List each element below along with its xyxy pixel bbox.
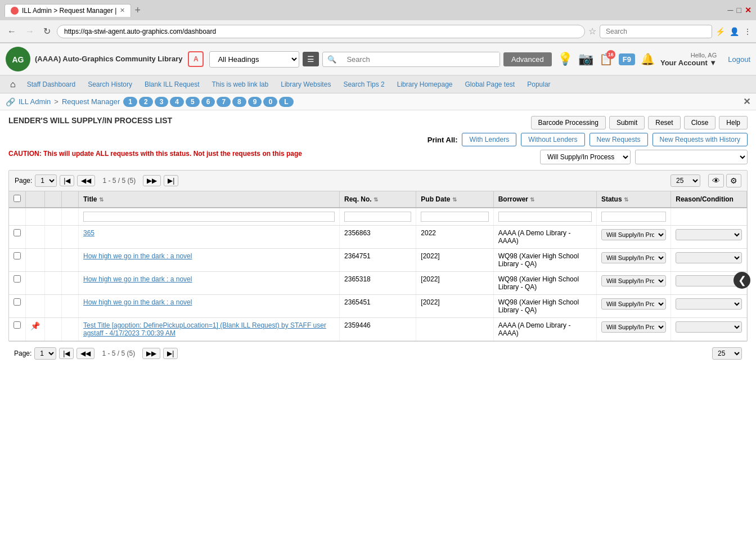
new-tab-button[interactable]: +: [134, 5, 141, 16]
pill-2[interactable]: 2: [139, 97, 153, 107]
status-dropdown[interactable]: Will Supply/In Process Awaiting Lender A…: [540, 150, 631, 164]
breadcrumb-close-button[interactable]: ✕: [743, 96, 750, 107]
new-requests-history-button[interactable]: New Requests with History: [652, 133, 748, 146]
row-reason-dropdown-1[interactable]: Lack of HoldingsCost Exceeds LimitNot Ow…: [676, 252, 742, 263]
list-icon-button[interactable]: 📋 16: [599, 52, 613, 66]
row-status-dropdown-2[interactable]: Will Supply/In ProcessAwaiting Lender Ac…: [601, 275, 666, 286]
last-page-button-top[interactable]: ▶|: [164, 175, 178, 186]
row-reason-dropdown-4[interactable]: Lack of HoldingsCost Exceeds LimitNot Ow…: [676, 321, 742, 333]
bookmark-icon[interactable]: ☆: [588, 26, 596, 37]
barcode-processing-button[interactable]: Barcode Processing: [531, 116, 606, 129]
row-reason-dropdown-3[interactable]: Lack of HoldingsCost Exceeds LimitNot Ow…: [676, 298, 742, 310]
tab-close-button[interactable]: ✕: [120, 7, 125, 14]
filter-pub-date[interactable]: [421, 212, 488, 222]
reset-button[interactable]: Reset: [648, 116, 680, 129]
select-all-checkbox[interactable]: [14, 195, 21, 202]
title-link-4[interactable]: Test Title [agoption: DefinePickupLocati…: [83, 321, 326, 337]
help-button[interactable]: Help: [719, 116, 748, 129]
pill-4[interactable]: 4: [170, 97, 184, 107]
profile-icon[interactable]: 👤: [730, 27, 739, 36]
back-button[interactable]: ←: [4, 25, 19, 38]
breadcrumb-request-manager[interactable]: Request Manager: [62, 97, 120, 106]
lightbulb-icon-button[interactable]: 💡: [557, 52, 573, 66]
col-header-status[interactable]: Status ⇅: [596, 191, 670, 208]
row-checkbox-2[interactable]: [14, 275, 21, 283]
nav-popular[interactable]: Popular: [521, 77, 556, 92]
address-bar[interactable]: [57, 25, 585, 38]
menu-icon[interactable]: ⋮: [744, 27, 752, 36]
advanced-search-button[interactable]: Advanced: [503, 52, 552, 66]
with-lenders-button[interactable]: With Lenders: [462, 133, 516, 146]
logout-button[interactable]: Logout: [728, 55, 750, 64]
col-header-flag[interactable]: [26, 191, 45, 208]
nav-global-page-test[interactable]: Global Page test: [459, 77, 520, 92]
page-dropdown-top[interactable]: 1: [35, 174, 57, 187]
per-page-dropdown-top[interactable]: 25 50 100: [670, 174, 700, 187]
first-page-button-bottom[interactable]: |◀: [59, 348, 74, 359]
search-input[interactable]: [341, 52, 500, 66]
row-status-dropdown-4[interactable]: Will Supply/In ProcessAwaiting Lender Ac…: [601, 321, 666, 333]
search-type-dropdown[interactable]: All Headings Title Author Subject ISBN: [209, 51, 299, 68]
nav-web-link-lab[interactable]: This is web link lab: [206, 77, 274, 92]
bell-icon-button[interactable]: 🔔: [641, 52, 655, 66]
pill-3[interactable]: 3: [155, 97, 169, 107]
maximize-icon[interactable]: □: [737, 6, 741, 15]
secondary-dropdown[interactable]: [635, 150, 748, 164]
account-dropdown[interactable]: Your Account ▼: [660, 59, 717, 67]
title-link-3[interactable]: How high we go in the dark : a novel: [83, 298, 192, 306]
pin-icon[interactable]: 📌: [30, 321, 40, 330]
per-page-dropdown-bottom[interactable]: 25 50 100: [712, 347, 742, 360]
forward-button[interactable]: →: [22, 25, 37, 38]
back-float-button[interactable]: ❮: [734, 272, 750, 289]
browser-tab[interactable]: ILL Admin > Request Manager | ✕: [4, 4, 131, 17]
title-link-2[interactable]: How high we go in the dark : a novel: [83, 275, 192, 283]
pill-L[interactable]: L: [279, 97, 293, 107]
filter-title[interactable]: [83, 212, 335, 222]
pill-8[interactable]: 8: [232, 97, 246, 107]
row-checkbox-1[interactable]: [14, 252, 21, 259]
row-status-dropdown-0[interactable]: Will Supply/In ProcessAwaiting Lender Ac…: [601, 229, 666, 240]
nav-search-history[interactable]: Search History: [82, 77, 138, 92]
without-lenders-button[interactable]: Without Lenders: [521, 133, 584, 146]
nav-blank-ill[interactable]: Blank ILL Request: [139, 77, 205, 92]
next-page-button-top[interactable]: ▶▶: [143, 175, 161, 186]
prev-page-button-bottom[interactable]: ◀◀: [76, 348, 94, 359]
col-header-tag[interactable]: [62, 191, 79, 208]
new-requests-button[interactable]: New Requests: [590, 133, 648, 146]
nav-library-websites[interactable]: Library Websites: [275, 77, 336, 92]
col-header-req-no[interactable]: Req. No. ⇅: [340, 191, 416, 208]
filter-borrower[interactable]: [498, 212, 592, 222]
col-header-title[interactable]: Title ⇅: [79, 191, 340, 208]
pill-5[interactable]: 5: [186, 97, 200, 107]
pill-0[interactable]: 0: [263, 97, 277, 107]
next-page-button-bottom[interactable]: ▶▶: [142, 348, 160, 359]
pill-9[interactable]: 9: [248, 97, 262, 107]
pill-1[interactable]: 1: [123, 97, 137, 107]
breadcrumb-ill-admin[interactable]: ILL Admin: [19, 97, 51, 106]
f9-button[interactable]: F9: [619, 53, 635, 65]
stack-icon-button[interactable]: ☰: [303, 52, 319, 66]
first-page-button-top[interactable]: |◀: [60, 175, 74, 186]
page-dropdown-bottom[interactable]: 1: [34, 347, 56, 360]
col-header-borrower[interactable]: Borrower ⇅: [493, 191, 596, 208]
row-checkbox-3[interactable]: [14, 298, 21, 306]
minimize-icon[interactable]: ─: [728, 6, 734, 15]
window-close-icon[interactable]: ✕: [745, 6, 752, 15]
row-status-dropdown-3[interactable]: Will Supply/In ProcessAwaiting Lender Ac…: [601, 298, 666, 310]
filter-req-no[interactable]: [344, 212, 411, 222]
translate-icon[interactable]: A: [188, 51, 204, 67]
title-link-0[interactable]: 365: [83, 229, 94, 237]
title-link-1[interactable]: How high we go in the dark : a novel: [83, 252, 192, 260]
nav-search-tips[interactable]: Search Tips 2: [338, 77, 390, 92]
nav-staff-dashboard[interactable]: Staff Dashboard: [21, 77, 82, 92]
row-reason-dropdown-2[interactable]: Lack of HoldingsCost Exceeds LimitNot Ow…: [676, 275, 742, 286]
last-page-button-bottom[interactable]: ▶|: [163, 348, 178, 359]
close-button[interactable]: Close: [684, 116, 716, 129]
camera-icon-button[interactable]: 📷: [578, 52, 593, 66]
reload-button[interactable]: ↻: [40, 25, 53, 38]
pill-7[interactable]: 7: [217, 97, 231, 107]
col-header-link[interactable]: [45, 191, 62, 208]
row-checkbox-4[interactable]: [14, 321, 21, 329]
submit-button[interactable]: Submit: [609, 116, 645, 129]
extensions-icon[interactable]: ⚡: [716, 27, 725, 36]
